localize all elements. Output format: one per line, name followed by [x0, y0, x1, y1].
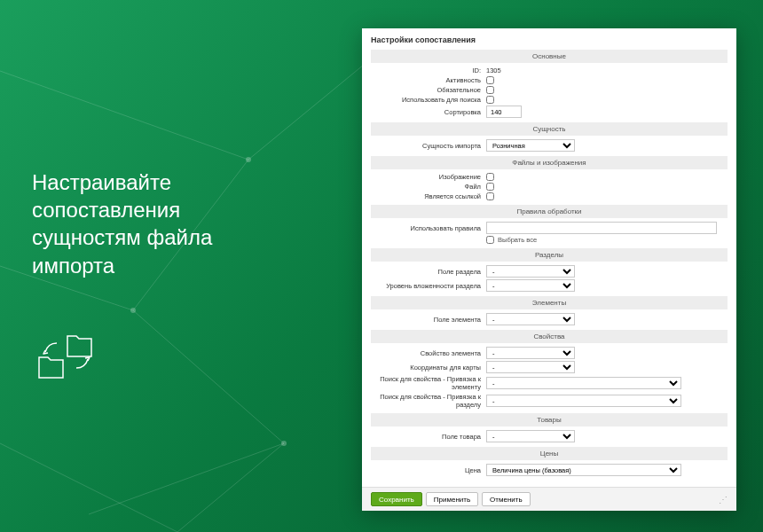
search-el-select[interactable]: - [486, 377, 681, 389]
section-field-select[interactable]: - [486, 265, 575, 278]
price-select[interactable]: Величина цены (базовая) [486, 464, 681, 476]
section-prices-header: Цены [371, 447, 728, 460]
section-entity-header: Сущность [371, 122, 728, 136]
price-label: Цена [371, 466, 486, 474]
select-all-label: Выбрать все [498, 236, 537, 244]
entity-select[interactable]: Розничная [486, 139, 575, 152]
link-checkbox[interactable] [486, 192, 494, 200]
file-checkbox[interactable] [486, 183, 494, 191]
swap-folders-icon [32, 324, 103, 386]
marketing-headline: Настраивайте сопоставления сущностям фай… [32, 168, 280, 279]
section-depth-select[interactable]: - [486, 279, 575, 292]
required-checkbox[interactable] [486, 86, 494, 94]
search-checkbox[interactable] [486, 96, 494, 104]
link-label: Является ссылкой [371, 192, 486, 200]
search-el-label: Поиск для свойства - Привязка к элементу [371, 375, 486, 391]
id-label: ID: [371, 66, 486, 74]
footer-bar: Сохранить Применить Отменить ⋰ [362, 487, 736, 511]
prop-label: Свойство элемента [371, 349, 486, 357]
sort-label: Сортировка [371, 108, 486, 116]
window-title: Настройки сопоставления [371, 35, 728, 44]
prop-select[interactable]: - [486, 347, 575, 359]
coords-label: Координаты для карты [371, 364, 486, 372]
section-field-label: Поле раздела [371, 268, 486, 276]
select-all-checkbox[interactable] [486, 236, 494, 244]
settings-window: Настройки сопоставления Основные ID: 130… [362, 28, 736, 511]
search-sec-label: Поиск для свойства - Привязка к разделу [371, 393, 486, 409]
section-elements-header: Элементы [371, 296, 728, 309]
file-label: Файл [371, 183, 486, 191]
coords-select[interactable]: - [486, 361, 575, 373]
section-main-header: Основные [371, 50, 728, 63]
sort-input[interactable] [486, 106, 522, 118]
use-rules-label: Использовать правила [371, 224, 486, 232]
section-goods-header: Товары [371, 413, 728, 426]
save-button[interactable]: Сохранить [371, 492, 422, 506]
image-checkbox[interactable] [486, 173, 494, 181]
apply-button[interactable]: Применить [426, 492, 478, 506]
image-label: Изображение [371, 173, 486, 181]
entity-label: Сущность импорта [371, 142, 486, 150]
active-label: Активность [371, 76, 486, 84]
section-depth-label: Уровень вложенности раздела [371, 282, 486, 290]
goods-field-label: Поле товара [371, 433, 486, 441]
id-value: 1305 [486, 66, 501, 74]
section-props-header: Свойства [371, 330, 728, 343]
section-rules-header: Правила обработки [371, 205, 728, 218]
goods-field-select[interactable]: - [486, 430, 575, 442]
section-sections-header: Разделы [371, 248, 728, 262]
resize-handle-icon[interactable]: ⋰ [719, 495, 728, 505]
section-files-header: Файлы и изображения [371, 156, 728, 169]
search-sec-select[interactable]: - [486, 395, 681, 407]
rules-input[interactable] [486, 222, 717, 234]
element-field-label: Поле элемента [371, 316, 486, 324]
search-label: Использовать для поиска [371, 96, 486, 104]
required-label: Обязательное [371, 86, 486, 94]
element-field-select[interactable]: - [486, 313, 575, 325]
active-checkbox[interactable] [486, 76, 494, 84]
cancel-button[interactable]: Отменить [482, 492, 531, 506]
